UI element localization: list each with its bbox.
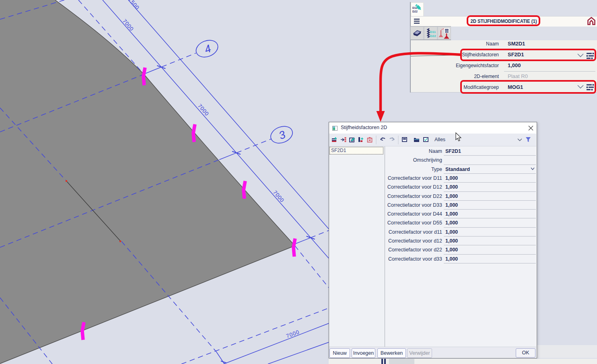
svg-text:D22: D22 (430, 34, 436, 38)
svg-text:Alles: Alles (434, 137, 445, 142)
svg-text:D22: D22 (412, 10, 418, 13)
svg-text:D11: D11 (430, 30, 436, 34)
